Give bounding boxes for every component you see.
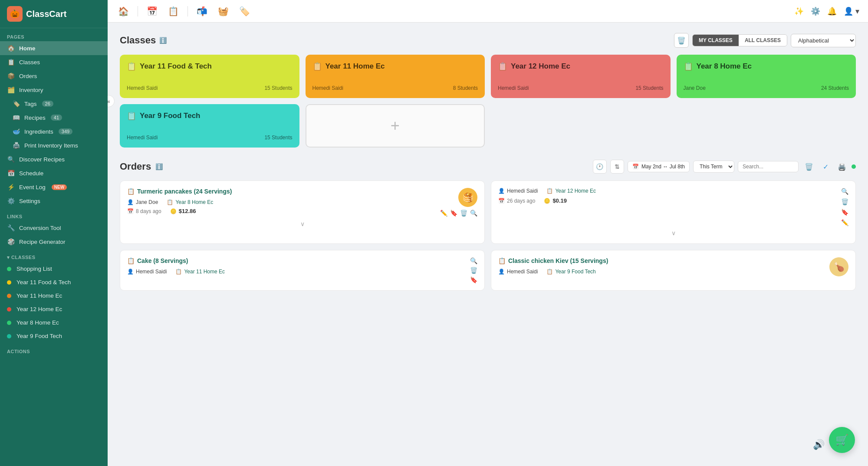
class-card-y9ft[interactable]: 📋 Year 9 Food Tech Hemedi Saidi 15 Stude…: [120, 104, 299, 148]
order-expand-1[interactable]: ∨: [127, 220, 477, 227]
bell-icon[interactable]: 🔔: [827, 7, 837, 16]
user-icon-sm4: 👤: [498, 269, 505, 275]
sparkle-icon[interactable]: ✨: [794, 7, 804, 16]
bookmark-order-btn-3[interactable]: 🔖: [470, 276, 477, 283]
sidebar-collapse-btn[interactable]: «: [108, 95, 115, 107]
class-card-icon: 📋: [498, 62, 507, 71]
check-orders-btn[interactable]: ✓: [819, 160, 832, 174]
sidebar-class-y9ft[interactable]: Year 9 Food Tech: [0, 329, 108, 343]
settings-icon: ⚙️: [7, 197, 15, 204]
sort-dropdown[interactable]: Alphabetical By Date By Students: [791, 34, 856, 47]
order-expand-2[interactable]: ∨: [498, 230, 848, 236]
my-classes-btn[interactable]: MY CLASSES: [693, 35, 739, 46]
class-card-y8he[interactable]: 📋 Year 8 Home Ec Jane Doe 24 Students: [677, 55, 856, 98]
order-recipe-link-4[interactable]: 📋 Classic chicken Kiev (15 Servings): [498, 257, 608, 264]
sidebar-class-y11ft[interactable]: Year 11 Food & Tech: [0, 276, 108, 289]
class-card-y11he[interactable]: 📋 Year 11 Home Ec Hemedi Saidi 8 Student…: [306, 55, 485, 98]
edit-order-btn-2[interactable]: ✏️: [841, 219, 848, 226]
order-recipe-link-1[interactable]: 📋 Turmeric pancakes (24 Servings): [127, 188, 232, 195]
sidebar-item-schedule[interactable]: 📅 Schedule: [0, 166, 108, 180]
sidebar-class-y12he[interactable]: Year 12 Home Ec: [0, 302, 108, 316]
order-recipe-link-3[interactable]: 📋 Cake (8 Servings): [127, 257, 225, 264]
sidebar-item-discover[interactable]: 🔍 Discover Recipes: [0, 152, 108, 166]
recipe-icon-4: 📋: [498, 257, 506, 264]
class-dot: [7, 280, 11, 285]
actions-section-label: Actions: [0, 343, 108, 356]
sidebar-item-label: Year 11 Home Ec: [16, 292, 62, 299]
main-content: 🏠 📅 📋 📬 🧺 🏷️ ✨ ⚙️ 🔔 👤 ▾ Classes ℹ️ 🗑️ MY…: [108, 0, 868, 466]
sidebar-item-recipe-gen[interactable]: 🎲 Recipe Generator: [0, 235, 108, 249]
basket-icon[interactable]: 🧺: [216, 4, 230, 18]
orders-search-input[interactable]: [738, 161, 799, 172]
class-card-y11ft[interactable]: 📋 Year 11 Food & Tech Hemedi Saidi 15 St…: [120, 55, 299, 98]
search-order-btn[interactable]: 🔍: [470, 210, 477, 217]
order-class-link-2[interactable]: Year 12 Home Ec: [555, 188, 596, 194]
orders-title: Orders: [120, 161, 151, 172]
bookmark-order-btn[interactable]: 🔖: [450, 210, 457, 217]
sidebar-item-home[interactable]: 🏠 Home: [0, 41, 108, 55]
cart-fab-btn[interactable]: 🛒: [829, 427, 855, 453]
sidebar-item-ingredients[interactable]: 🥣 Ingredients 349: [0, 125, 108, 138]
nav-divider: [138, 6, 138, 16]
search-order-btn-3[interactable]: 🔍: [470, 257, 477, 264]
links-section-label: Links: [0, 208, 108, 221]
sidebar-class-shopping[interactable]: Shopping List: [0, 262, 108, 276]
user-icon[interactable]: 👤 ▾: [844, 7, 859, 16]
sort-btn[interactable]: ⇅: [610, 160, 624, 174]
sidebar-item-orders[interactable]: 📦 Orders: [0, 69, 108, 83]
history-btn[interactable]: 🕐: [593, 160, 607, 174]
recipes-badge: 41: [51, 115, 62, 121]
class-card-icon: 📋: [312, 62, 322, 71]
edit-order-btn[interactable]: ✏️: [440, 210, 447, 217]
date-range-filter[interactable]: 📅 May 2nd ↔ Jul 8th: [628, 161, 690, 172]
print-orders-btn[interactable]: 🖨️: [835, 160, 849, 174]
class-card-y12he[interactable]: 📋 Year 12 Home Ec Hemedi Saidi 15 Studen…: [491, 55, 671, 98]
sidebar-item-print[interactable]: 🖨️ Print Inventory Items: [0, 138, 108, 152]
sidebar-class-y8he[interactable]: Year 8 Home Ec: [0, 316, 108, 329]
speaker-icon[interactable]: 🔊: [813, 439, 825, 450]
calendar-icon-small: 📅: [632, 164, 639, 170]
order-teacher-3: Hemedi Saidi: [136, 269, 167, 275]
order-image-4: 🍗: [829, 257, 848, 276]
bookmark-order-btn-2[interactable]: 🔖: [841, 209, 848, 216]
home-icon: 🏠: [7, 45, 15, 52]
order-class-link-4[interactable]: Year 9 Food Tech: [555, 269, 595, 275]
add-class-btn[interactable]: +: [306, 104, 485, 148]
classes-trash-btn[interactable]: 🗑️: [674, 33, 689, 48]
tag-nav-icon[interactable]: 🏷️: [237, 4, 252, 18]
term-dropdown[interactable]: This Term Last Term: [693, 161, 734, 173]
sidebar-item-tags[interactable]: 🏷️ Tags 26: [0, 97, 108, 111]
gear-icon[interactable]: ⚙️: [811, 7, 820, 16]
sidebar-item-label: Tags: [24, 101, 37, 107]
classes-grid: 📋 Year 11 Food & Tech Hemedi Saidi 15 St…: [120, 55, 856, 148]
delete-order-btn[interactable]: 🗑️: [460, 210, 467, 217]
home-nav-icon[interactable]: 🏠: [116, 4, 131, 18]
tray-icon[interactable]: 📬: [195, 4, 209, 18]
sidebar-item-classes[interactable]: 📋 Classes: [0, 55, 108, 69]
search-order-btn-2[interactable]: 🔍: [841, 188, 848, 195]
delete-orders-btn[interactable]: 🗑️: [802, 160, 816, 174]
nav-divider-2: [187, 6, 188, 16]
clipboard-icon[interactable]: 📋: [166, 4, 181, 18]
calendar-icon[interactable]: 📅: [145, 4, 159, 18]
order-recipe-name: Turmeric pancakes (24 Servings): [137, 188, 232, 195]
class-teacher: Hemedi Saidi: [498, 85, 529, 91]
classes-actions: 🗑️ MY CLASSES ALL CLASSES Alphabetical B…: [674, 33, 856, 48]
sidebar-class-y11he[interactable]: Year 11 Home Ec: [0, 289, 108, 302]
order-teacher: Jane Doe: [136, 199, 158, 205]
order-class-link-3[interactable]: Year 11 Home Ec: [184, 269, 225, 275]
sidebar-item-recipes[interactable]: 📖 Recipes 41: [0, 111, 108, 125]
sidebar-item-settings[interactable]: ⚙️ Settings: [0, 194, 108, 208]
order-class-link[interactable]: Year 8 Home Ec: [175, 199, 213, 205]
classes-icon: 📋: [7, 59, 15, 66]
sidebar-item-label: Year 8 Home Ec: [16, 319, 59, 326]
sidebar-item-conversion[interactable]: 🔧 Conversion Tool: [0, 221, 108, 235]
app-logo[interactable]: 🎃 ClassCart: [0, 0, 108, 28]
sidebar-item-inventory[interactable]: 🗂️ Inventory: [0, 83, 108, 97]
sidebar-item-eventlog[interactable]: ⚡ Event Log NEW: [0, 180, 108, 194]
delete-order-btn-2[interactable]: 🗑️: [841, 198, 848, 205]
all-classes-btn[interactable]: ALL CLASSES: [739, 35, 787, 46]
ingredients-badge: 349: [59, 128, 72, 135]
delete-order-btn-3[interactable]: 🗑️: [470, 267, 477, 274]
order-amount: $12.86: [179, 208, 196, 214]
